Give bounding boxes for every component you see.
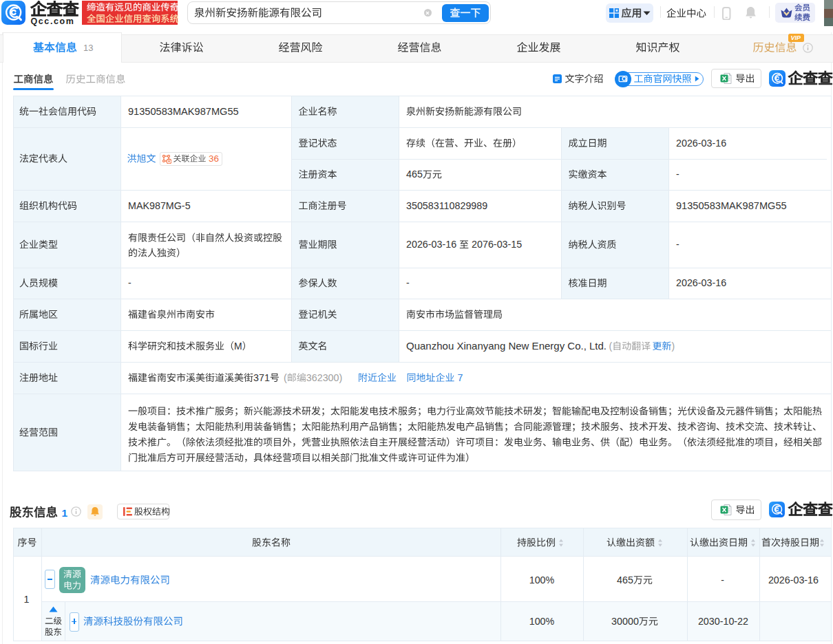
svg-text:1: 1: [62, 507, 68, 519]
svg-text:Qcc.com: Qcc.com: [31, 17, 75, 26]
